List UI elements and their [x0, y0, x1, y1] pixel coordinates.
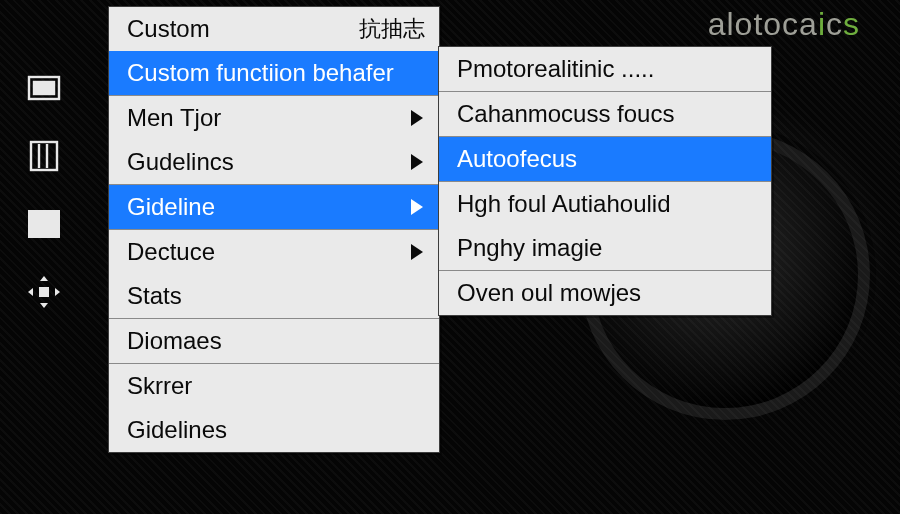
- menu-item-label: Autoofecus: [457, 145, 577, 172]
- menu-item-label: Custom: [127, 15, 210, 42]
- brand-logo: alotocaics: [708, 6, 860, 43]
- menu-item-pnghy[interactable]: Pnghy imagie: [439, 226, 771, 270]
- left-icon-rail: [24, 40, 72, 340]
- menu-item-label: Hgh foul Autiahoulid: [457, 190, 671, 217]
- menu-item-label: Gideline: [127, 193, 215, 220]
- menu-item-dectuce[interactable]: Dectuce: [109, 230, 439, 274]
- menu-item-label: Gudelincs: [127, 148, 234, 175]
- menu-item-label: Oven oul mowjes: [457, 279, 641, 306]
- svg-rect-2: [31, 142, 57, 170]
- menu-item-label: Pnghy imagie: [457, 234, 602, 261]
- menu-item-label: Cahanmocuss foucs: [457, 100, 674, 127]
- menu-item-stats[interactable]: Stats: [109, 274, 439, 318]
- menu-item-gidelines-b[interactable]: Gidelines: [109, 408, 439, 452]
- menu-item-men-tjor[interactable]: Men Tjor: [109, 96, 439, 140]
- svg-marker-13: [411, 154, 423, 170]
- menu-item-label: Pmotorealitinic .....: [457, 55, 654, 82]
- svg-marker-14: [411, 199, 423, 215]
- menu-item-extra: 抗抽志: [359, 7, 425, 51]
- menu-item-skrrer[interactable]: Skrrer: [109, 364, 439, 408]
- svg-marker-7: [40, 276, 48, 281]
- svg-marker-8: [40, 303, 48, 308]
- columns-icon[interactable]: [24, 136, 64, 176]
- menu-item-custom[interactable]: Custom抗抽志: [109, 7, 439, 51]
- menu-item-guidelines-a[interactable]: Gudelincs: [109, 140, 439, 184]
- menu-item-label: Diomaes: [127, 327, 222, 354]
- menu-item-label: Dectuce: [127, 238, 215, 265]
- menu-item-diomaes[interactable]: Diomaes: [109, 319, 439, 363]
- camera-screen: alotocaics Custom抗抽志Custom functiion beh…: [0, 0, 900, 514]
- svg-marker-9: [28, 288, 33, 296]
- menu-item-photoreal[interactable]: Pmotorealitinic .....: [439, 47, 771, 91]
- menu-item-label: Men Tjor: [127, 104, 221, 131]
- menu-item-label: Custom functiion behafer: [127, 59, 394, 86]
- rectangle-icon[interactable]: [24, 68, 64, 108]
- main-context-menu[interactable]: Custom抗抽志Custom functiion behaferMen Tjo…: [108, 6, 440, 453]
- svg-marker-12: [411, 110, 423, 126]
- menu-item-label: Gidelines: [127, 416, 227, 443]
- menu-item-oven[interactable]: Oven oul mowjes: [439, 271, 771, 315]
- svg-marker-10: [55, 288, 60, 296]
- forward-icon[interactable]: [24, 204, 64, 244]
- svg-rect-11: [39, 287, 49, 297]
- svg-marker-15: [411, 244, 423, 260]
- svg-rect-1: [34, 82, 54, 94]
- submenu[interactable]: Pmotorealitinic .....Cahanmocuss foucsAu…: [438, 46, 772, 316]
- menu-item-label: Stats: [127, 282, 182, 309]
- menu-item-hghfoul[interactable]: Hgh foul Autiahoulid: [439, 182, 771, 226]
- menu-item-label: Skrrer: [127, 372, 192, 399]
- menu-item-gideline[interactable]: Gideline: [109, 185, 439, 229]
- menu-item-autofocus[interactable]: Autoofecus: [439, 137, 771, 181]
- menu-item-cahan[interactable]: Cahanmocuss foucs: [439, 92, 771, 136]
- grid-move-icon[interactable]: [24, 272, 64, 312]
- menu-item-custom-fn[interactable]: Custom functiion behafer: [109, 51, 439, 95]
